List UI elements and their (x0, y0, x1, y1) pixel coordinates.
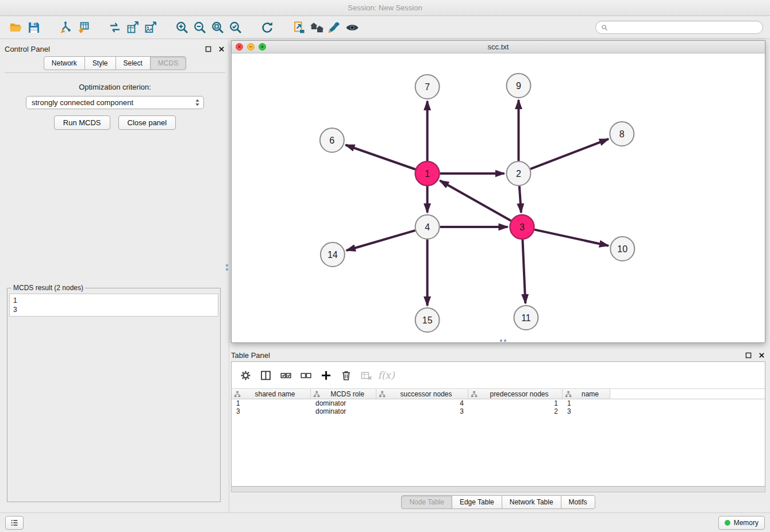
column-header-label: MCDS role (321, 390, 374, 398)
svg-text:1: 1 (425, 169, 430, 179)
table-scrollbar-strip[interactable] (231, 487, 765, 492)
column-header-shared-name[interactable]: shared name (232, 389, 311, 399)
table-cell[interactable]: 1 (468, 399, 563, 407)
tab-network[interactable]: Network (44, 56, 85, 70)
table-tab-network-table[interactable]: Network Table (502, 495, 561, 509)
float-table-panel-icon[interactable] (744, 351, 752, 359)
style-brush-button[interactable] (325, 19, 343, 36)
table-row[interactable]: 1dominator411 (232, 399, 765, 407)
column-header-predecessor-nodes[interactable]: predecessor nodes (468, 389, 563, 399)
network-canvas[interactable]: 7968124314101511 (232, 53, 765, 342)
optimization-select[interactable]: strongly connected component (26, 96, 204, 109)
close-table-panel-icon[interactable] (757, 351, 765, 359)
table-cell[interactable]: dominator (311, 407, 376, 415)
graph-node-1[interactable]: 1 (415, 161, 440, 186)
add-row-button[interactable] (318, 367, 334, 383)
svg-text:8: 8 (619, 129, 625, 139)
float-panel-icon[interactable] (204, 45, 212, 53)
graph-edge-2-3[interactable] (519, 186, 521, 213)
graph-node-6[interactable]: 6 (320, 128, 344, 152)
table-cell[interactable]: 3 (563, 407, 610, 415)
workspace-area: × − + scc.txt 7968124314101511 Table Pan… (229, 39, 770, 512)
table-cell[interactable]: 2 (468, 407, 563, 415)
import-network-button[interactable] (56, 19, 74, 36)
graph-edge-3-1[interactable] (440, 180, 511, 221)
network-view-window: × − + scc.txt 7968124314101511 (231, 40, 765, 343)
graph-edge-3-11[interactable] (522, 240, 525, 303)
search-input[interactable] (611, 24, 757, 32)
table-cell[interactable]: 1 (232, 399, 311, 407)
graph-edge-2-8[interactable] (530, 139, 609, 169)
eye-button[interactable] (343, 19, 361, 36)
graph-node-8[interactable]: 8 (610, 122, 634, 146)
graph-node-14[interactable]: 14 (321, 242, 345, 267)
table-row[interactable]: 3dominator323 (232, 407, 765, 415)
mcds-panel-body: Optimization criterion: strongly connect… (5, 72, 225, 507)
graph-node-15[interactable]: 15 (415, 308, 440, 332)
tab-mcds[interactable]: MCDS (150, 56, 186, 70)
column-type-icon (471, 391, 478, 398)
graph-node-3[interactable]: 3 (510, 215, 534, 239)
import-table-button[interactable] (74, 19, 92, 36)
optimization-selected-value: strongly connected component (32, 98, 133, 107)
close-panel-button[interactable]: Close panel (118, 115, 176, 130)
graph-edge-1-6[interactable] (345, 145, 415, 169)
save-session-button[interactable] (25, 19, 43, 36)
delete-row-button[interactable] (338, 367, 354, 383)
table-cell[interactable]: 3 (232, 407, 311, 415)
graph-node-4[interactable]: 4 (415, 215, 440, 239)
split-panel-button[interactable] (257, 367, 274, 383)
memory-button[interactable]: Memory (718, 516, 765, 530)
network-graph[interactable]: 7968124314101511 (232, 53, 765, 342)
export-table-button[interactable] (124, 19, 141, 36)
zoom-window-button[interactable]: + (259, 43, 266, 51)
zoom-out-button[interactable] (191, 19, 209, 36)
deselect-all-button[interactable] (298, 367, 314, 383)
table-cell[interactable]: 3 (376, 407, 468, 415)
window-titlebar[interactable]: Session: New Session (0, 0, 770, 16)
save-session-icon (27, 21, 41, 34)
tab-style[interactable]: Style (84, 56, 116, 70)
open-file-button[interactable] (7, 19, 25, 36)
graph-node-7[interactable]: 7 (415, 75, 440, 99)
mcds-result-list[interactable]: 13 (9, 294, 218, 317)
table-cell[interactable]: 4 (376, 399, 468, 407)
minimize-window-button[interactable]: − (247, 43, 255, 51)
vertical-splitter-handle[interactable] (226, 264, 228, 271)
zoom-fit-button[interactable] (209, 19, 226, 36)
column-header-name[interactable]: name (563, 389, 610, 399)
table-cell[interactable]: dominator (311, 399, 376, 407)
task-history-button[interactable] (5, 516, 24, 530)
graph-edge-4-14[interactable] (346, 230, 415, 250)
settings-gear-button[interactable] (237, 367, 253, 383)
search-box[interactable] (595, 21, 763, 34)
tab-select[interactable]: Select (116, 56, 151, 70)
network-window-titlebar[interactable]: × − + scc.txt (232, 41, 765, 53)
svg-text:11: 11 (521, 313, 531, 323)
graph-edge-3-10[interactable] (534, 230, 609, 246)
refresh-view-button[interactable] (258, 19, 276, 36)
run-mcds-button[interactable]: Run MCDS (54, 115, 110, 130)
table-tab-motifs[interactable]: Motifs (561, 495, 595, 509)
graph-node-11[interactable]: 11 (514, 306, 538, 330)
table-tab-node-table[interactable]: Node Table (401, 495, 452, 509)
table-cell[interactable]: 1 (563, 399, 610, 407)
select-all-button[interactable] (278, 367, 294, 383)
column-header-MCDS-role[interactable]: MCDS role (311, 389, 376, 399)
export-network-button[interactable] (106, 19, 124, 36)
close-panel-icon[interactable] (217, 45, 225, 53)
split-panel-icon (260, 369, 272, 381)
share-document-button[interactable] (290, 19, 307, 36)
home-button[interactable] (307, 19, 325, 36)
graph-node-2[interactable]: 2 (506, 161, 530, 186)
table-tab-edge-table[interactable]: Edge Table (452, 495, 502, 509)
close-window-button[interactable]: × (236, 43, 243, 51)
horizontal-splitter-handle[interactable] (500, 340, 506, 342)
zoom-selected-button[interactable] (226, 19, 244, 36)
column-header-successor-nodes[interactable]: successor nodes (376, 389, 468, 399)
export-image-button[interactable] (141, 19, 159, 36)
graph-node-10[interactable]: 10 (610, 237, 634, 261)
zoom-selected-icon (229, 21, 242, 34)
graph-node-9[interactable]: 9 (506, 74, 530, 98)
zoom-in-button[interactable] (173, 19, 191, 36)
